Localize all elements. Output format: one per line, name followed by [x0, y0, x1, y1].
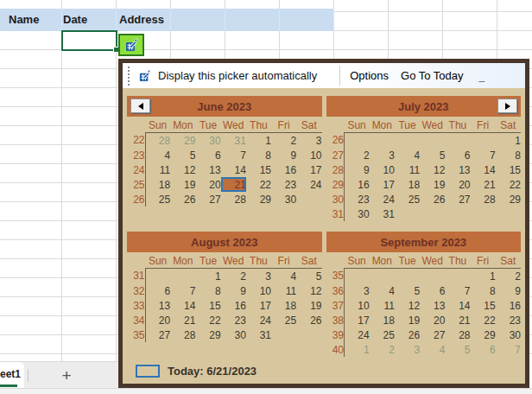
selected-cell[interactable]: [61, 30, 117, 51]
date-cell[interactable]: 18: [370, 313, 395, 327]
date-cell[interactable]: 3: [370, 148, 395, 162]
date-cell[interactable]: 1: [195, 269, 220, 284]
drag-grip-icon[interactable]: [128, 67, 131, 86]
date-cell[interactable]: 20: [445, 177, 470, 192]
date-cell[interactable]: 9: [271, 148, 296, 162]
date-cell[interactable]: 6: [420, 283, 445, 298]
date-cell[interactable]: 7: [221, 148, 246, 162]
date-cell[interactable]: 16: [345, 177, 370, 192]
date-cell[interactable]: 15: [195, 298, 220, 313]
date-cell[interactable]: 17: [345, 313, 370, 327]
date-cell[interactable]: 18: [271, 298, 296, 313]
date-cell[interactable]: 8: [246, 148, 271, 162]
date-cell[interactable]: 1: [471, 269, 496, 284]
display-picker-automatically-label[interactable]: Display this picker automatically: [158, 69, 317, 82]
date-cell[interactable]: 3: [296, 133, 321, 149]
date-cell[interactable]: 30: [195, 133, 220, 149]
date-cell[interactable]: 7: [170, 283, 195, 298]
date-cell[interactable]: 13: [445, 162, 470, 177]
date-cell[interactable]: 9: [345, 162, 370, 177]
date-cell[interactable]: 12: [170, 162, 195, 177]
date-cell[interactable]: 10: [246, 283, 271, 298]
date-cell[interactable]: 5: [395, 283, 420, 298]
date-cell[interactable]: 2: [271, 133, 296, 149]
date-cell[interactable]: 18: [395, 177, 420, 192]
date-cell[interactable]: 2: [496, 269, 521, 284]
date-cell[interactable]: 22: [496, 177, 521, 192]
date-cell[interactable]: 1: [246, 133, 271, 149]
date-cell[interactable]: 30: [221, 327, 246, 342]
date-cell[interactable]: 3: [246, 269, 271, 284]
date-cell[interactable]: 26: [296, 313, 321, 327]
date-cell[interactable]: 3: [395, 342, 420, 357]
date-cell[interactable]: 6: [445, 148, 470, 162]
date-cell[interactable]: 14: [471, 162, 496, 177]
date-cell[interactable]: 19: [395, 313, 420, 327]
date-cell[interactable]: 29: [170, 133, 195, 149]
date-cell[interactable]: 23: [345, 192, 370, 207]
next-month-button[interactable]: [497, 98, 517, 113]
date-cell[interactable]: 21: [170, 313, 195, 327]
date-cell[interactable]: 22: [246, 177, 271, 192]
date-cell[interactable]: 28: [471, 192, 496, 207]
date-cell[interactable]: 13: [145, 298, 170, 313]
date-cell[interactable]: 21: [445, 313, 470, 327]
date-cell[interactable]: 19: [420, 177, 445, 192]
date-cell[interactable]: 11: [395, 162, 420, 177]
date-cell[interactable]: 6: [471, 342, 496, 357]
date-cell[interactable]: 22: [471, 313, 496, 327]
date-cell[interactable]: 2: [221, 269, 246, 284]
date-cell[interactable]: 25: [145, 192, 170, 207]
sheet-tab-active[interactable]: eet1: [0, 362, 24, 388]
date-cell[interactable]: 4: [420, 342, 445, 357]
date-cell[interactable]: 24: [370, 192, 395, 207]
date-cell[interactable]: 7: [445, 283, 470, 298]
date-cell[interactable]: 28: [170, 327, 195, 342]
date-cell[interactable]: 25: [395, 192, 420, 207]
date-cell[interactable]: 14: [221, 162, 246, 177]
prev-month-button[interactable]: [130, 98, 150, 113]
date-cell[interactable]: 26: [170, 192, 195, 207]
date-cell[interactable]: 4: [271, 269, 296, 284]
date-cell[interactable]: 12: [296, 283, 321, 298]
date-cell[interactable]: 1: [345, 342, 370, 357]
date-cell[interactable]: 26: [395, 327, 420, 342]
date-cell[interactable]: 15: [496, 162, 521, 177]
date-cell[interactable]: 25: [370, 327, 395, 342]
date-cell[interactable]: 10: [370, 162, 395, 177]
date-cell[interactable]: 16: [221, 298, 246, 313]
date-cell[interactable]: 6: [195, 148, 220, 162]
date-cell[interactable]: 14: [445, 298, 470, 313]
date-cell[interactable]: 28: [445, 327, 470, 342]
date-cell[interactable]: 16: [271, 162, 296, 177]
date-cell[interactable]: 27: [420, 327, 445, 342]
date-cell[interactable]: 18: [145, 177, 170, 192]
date-cell[interactable]: 26: [420, 192, 445, 207]
date-cell[interactable]: 20: [195, 177, 220, 192]
date-cell[interactable]: 14: [170, 298, 195, 313]
date-cell[interactable]: 13: [195, 162, 220, 177]
date-cell[interactable]: 31: [221, 133, 246, 149]
date-cell[interactable]: 29: [246, 192, 271, 207]
date-cell[interactable]: 7: [496, 342, 521, 357]
date-cell[interactable]: 6: [145, 283, 170, 298]
date-cell[interactable]: 27: [445, 192, 470, 207]
date-cell[interactable]: 31: [370, 207, 395, 221]
date-picker-button[interactable]: [118, 34, 144, 56]
date-cell[interactable]: 12: [395, 298, 420, 313]
date-cell[interactable]: 15: [246, 162, 271, 177]
date-cell[interactable]: 20: [145, 313, 170, 327]
date-cell[interactable]: 3: [345, 283, 370, 298]
date-cell[interactable]: 29: [195, 327, 220, 342]
date-cell[interactable]: 2: [370, 342, 395, 357]
date-cell[interactable]: 15: [471, 298, 496, 313]
date-cell[interactable]: 11: [271, 283, 296, 298]
date-cell[interactable]: 17: [370, 177, 395, 192]
date-cell[interactable]: 28: [221, 192, 246, 207]
date-cell[interactable]: 9: [221, 283, 246, 298]
date-cell[interactable]: 2: [345, 148, 370, 162]
date-cell[interactable]: 24: [246, 313, 271, 327]
go-to-today-menu[interactable]: Go To Today: [401, 69, 464, 82]
date-cell[interactable]: 29: [471, 327, 496, 342]
date-cell[interactable]: 23: [221, 313, 246, 327]
